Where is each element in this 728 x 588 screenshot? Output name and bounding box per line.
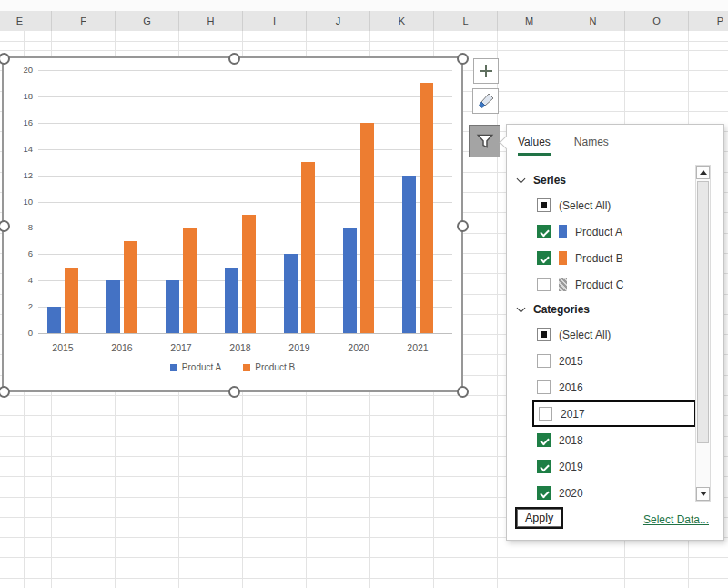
section-header-series[interactable]: Series bbox=[507, 168, 694, 192]
series-color-swatch bbox=[559, 278, 567, 291]
column-header-n[interactable]: N bbox=[561, 11, 625, 31]
x-tick-label: 2016 bbox=[98, 342, 146, 353]
column-header-o[interactable]: O bbox=[625, 11, 689, 31]
bar-product-a[interactable] bbox=[166, 280, 179, 333]
filter-item-product-a[interactable]: Product A bbox=[532, 218, 696, 245]
selection-handle[interactable] bbox=[457, 53, 469, 65]
y-tick-label: 18 bbox=[5, 91, 33, 101]
section-title: Series bbox=[533, 174, 566, 187]
y-tick-label: 2 bbox=[5, 301, 33, 311]
bar-product-b[interactable] bbox=[301, 162, 315, 333]
checkbox-indeterminate[interactable] bbox=[537, 328, 551, 341]
legend-swatch bbox=[170, 364, 177, 371]
panel-footer: Apply Select Data... bbox=[507, 502, 723, 540]
bar-product-b[interactable] bbox=[183, 228, 197, 333]
column-header-g[interactable]: G bbox=[116, 11, 179, 31]
filter-item-label: (Select All) bbox=[559, 199, 611, 212]
y-tick-label: 14 bbox=[5, 144, 33, 154]
selection-handle[interactable] bbox=[228, 53, 240, 65]
filter-item-2018[interactable]: 2018 bbox=[532, 427, 696, 453]
bar-product-a[interactable] bbox=[284, 254, 298, 333]
scroll-down-button[interactable] bbox=[696, 487, 710, 501]
legend-item: Product B bbox=[243, 362, 295, 372]
checkbox-unchecked[interactable] bbox=[539, 407, 552, 421]
bar-product-b[interactable] bbox=[420, 83, 433, 333]
bar-product-b[interactable] bbox=[360, 123, 374, 333]
bar-product-a[interactable] bbox=[225, 268, 238, 333]
filter-item-product-c[interactable]: Product C bbox=[532, 271, 696, 298]
checkbox-unchecked[interactable] bbox=[537, 354, 551, 368]
scroll-up-button[interactable] bbox=[696, 166, 710, 179]
filter-item-label: Product C bbox=[575, 279, 623, 291]
gridline bbox=[38, 96, 452, 97]
x-tick-label: 2021 bbox=[394, 342, 441, 353]
checkbox-checked[interactable] bbox=[537, 251, 551, 265]
filter-item--select-all-[interactable]: (Select All) bbox=[532, 192, 696, 218]
checkbox-checked[interactable] bbox=[537, 486, 551, 500]
column-header-i[interactable]: I bbox=[243, 11, 307, 31]
selection-handle[interactable] bbox=[457, 386, 469, 398]
x-tick-label: 2019 bbox=[276, 342, 323, 353]
chart-filters-panel: ValuesNames Series(Select All)Product AP… bbox=[506, 124, 724, 541]
apply-button[interactable]: Apply bbox=[517, 509, 561, 527]
tab-names[interactable]: Names bbox=[574, 136, 609, 156]
checkbox-indeterminate[interactable] bbox=[537, 198, 551, 212]
column-header-j[interactable]: J bbox=[307, 11, 370, 31]
legend-label: Product A bbox=[182, 362, 221, 372]
filter-item-label: 2015 bbox=[559, 355, 583, 368]
bar-product-a[interactable] bbox=[47, 307, 61, 333]
chart-legend: Product AProduct B bbox=[4, 362, 461, 372]
filter-item-label: 2018 bbox=[559, 434, 583, 447]
filter-item-2016[interactable]: 2016 bbox=[532, 374, 696, 400]
bar-product-b[interactable] bbox=[124, 241, 137, 333]
checkbox-checked[interactable] bbox=[537, 433, 551, 447]
column-header-f[interactable]: F bbox=[52, 11, 116, 31]
filter-item-product-b[interactable]: Product B bbox=[532, 245, 696, 271]
gridline bbox=[38, 70, 452, 71]
chart-filters-button[interactable] bbox=[469, 125, 500, 157]
bar-product-a[interactable] bbox=[402, 176, 416, 333]
column-header-k[interactable]: K bbox=[370, 11, 434, 31]
y-tick-label: 20 bbox=[5, 65, 33, 75]
filter-item-2017[interactable]: 2017 bbox=[532, 400, 696, 427]
column-header-e[interactable]: E bbox=[0, 11, 52, 31]
legend-label: Product B bbox=[255, 362, 295, 372]
chart-styles-button[interactable] bbox=[472, 88, 499, 114]
panel-scrollbar[interactable] bbox=[695, 165, 711, 502]
column-header-l[interactable]: L bbox=[434, 11, 498, 31]
filter-item--select-all-[interactable]: (Select All) bbox=[532, 321, 696, 348]
y-tick-label: 4 bbox=[5, 275, 33, 285]
selection-handle[interactable] bbox=[457, 220, 469, 232]
select-data-link[interactable]: Select Data... bbox=[643, 513, 709, 526]
bar-product-a[interactable] bbox=[106, 280, 120, 333]
filter-item-label: (Select All) bbox=[559, 329, 611, 341]
gridline bbox=[38, 149, 452, 150]
gridline bbox=[38, 176, 452, 177]
y-tick-label: 12 bbox=[5, 170, 33, 180]
column-header-p[interactable]: P bbox=[689, 11, 728, 31]
checkbox-checked[interactable] bbox=[537, 460, 551, 473]
filter-item-label: 2020 bbox=[559, 487, 583, 500]
series-color-swatch bbox=[559, 251, 567, 265]
chevron-down-icon bbox=[517, 175, 526, 184]
y-tick-label: 16 bbox=[5, 117, 33, 127]
filter-item-label: 2019 bbox=[559, 461, 583, 473]
chart[interactable]: 0246810121416182020152016201720182019202… bbox=[2, 56, 463, 392]
scrollbar-thumb[interactable] bbox=[697, 181, 709, 443]
filter-item-2019[interactable]: 2019 bbox=[532, 453, 696, 480]
bar-product-b[interactable] bbox=[65, 268, 78, 333]
checkbox-unchecked[interactable] bbox=[537, 380, 551, 394]
column-header-h[interactable]: H bbox=[179, 11, 243, 31]
filter-panel-list: Series(Select All)Product AProduct BProd… bbox=[507, 168, 694, 506]
bar-product-b[interactable] bbox=[242, 215, 256, 333]
filter-item-2015[interactable]: 2015 bbox=[532, 348, 696, 374]
bar-product-a[interactable] bbox=[343, 228, 357, 333]
chart-elements-button[interactable] bbox=[473, 58, 499, 84]
checkbox-unchecked[interactable] bbox=[537, 278, 551, 291]
column-header-m[interactable]: M bbox=[498, 11, 561, 31]
tab-values[interactable]: Values bbox=[518, 136, 551, 156]
y-tick-label: 6 bbox=[5, 248, 33, 259]
checkbox-checked[interactable] bbox=[537, 225, 551, 238]
section-header-categories[interactable]: Categories bbox=[507, 298, 694, 321]
selection-handle[interactable] bbox=[228, 386, 240, 398]
